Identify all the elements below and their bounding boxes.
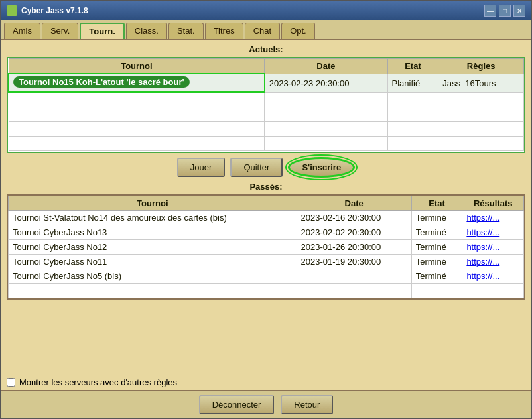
actuels-row-1-name: Tournoi No15 Koh-L'atout 'le sacré bour' xyxy=(9,74,265,92)
actuels-row-1-regles: Jass_16Tours xyxy=(438,74,524,92)
bottom-bar: Déconnecter Retour xyxy=(1,390,531,418)
tab-stat[interactable]: Stat. xyxy=(168,23,204,39)
actuels-col-regles: Règles xyxy=(438,59,524,74)
actuels-col-etat: Etat xyxy=(387,59,438,74)
minimize-button[interactable]: — xyxy=(484,5,496,17)
passes-row-5-name: Tournoi CyberJass No5 (bis) xyxy=(9,269,297,284)
app-icon xyxy=(7,5,17,16)
passes-row-3-resultats[interactable]: https://... xyxy=(462,240,524,255)
titlebar-left: Cyber Jass v7.1.8 xyxy=(7,5,88,16)
actuels-title: Actuels: xyxy=(7,44,525,54)
serveurs-label: Montrer les serveurs avec d'autres règle… xyxy=(19,377,177,387)
passes-row-4-date: 2023-01-19 20:30:00 xyxy=(297,255,411,269)
passes-row-1-date: 2023-02-16 20:30:00 xyxy=(297,211,411,225)
passes-row-2-name: Tournoi CyberJass No13 xyxy=(9,225,297,240)
action-buttons: Jouer Quitter S'inscrire xyxy=(7,157,525,178)
actuels-col-date: Date xyxy=(265,59,387,74)
passes-row-2-date: 2023-02-02 20:30:00 xyxy=(297,225,411,240)
app-title: Cyber Jass v7.1.8 xyxy=(21,6,88,15)
actuels-empty-3 xyxy=(9,121,524,136)
passes-row-3-date: 2023-01-26 20:30:00 xyxy=(297,240,411,255)
maximize-button[interactable]: □ xyxy=(499,5,511,17)
passes-row-1[interactable]: Tournoi St-Valatout No14 des amoureux de… xyxy=(9,211,524,225)
passes-row-4-etat: Terminé xyxy=(411,255,462,269)
passes-row-4-name: Tournoi CyberJass No11 xyxy=(9,255,297,269)
tab-titres[interactable]: Titres xyxy=(205,23,243,39)
app-window: Cyber Jass v7.1.8 — □ ✕ Amis Serv. Tourn… xyxy=(1,1,531,418)
passes-col-date: Date xyxy=(297,196,411,211)
tab-tourn[interactable]: Tourn. xyxy=(80,23,124,39)
titlebar: Cyber Jass v7.1.8 — □ ✕ xyxy=(1,1,531,20)
passes-table-container: Tournoi Date Etat Résultats Tournoi St-V… xyxy=(7,194,525,300)
passes-title: Passés: xyxy=(7,182,525,192)
actuels-empty-2 xyxy=(9,107,524,121)
content-area: Actuels: Tournoi Date Etat Règles Tourno… xyxy=(1,40,531,375)
passes-row-3[interactable]: Tournoi CyberJass No122023-01-26 20:30:0… xyxy=(9,240,524,255)
passes-table: Tournoi Date Etat Résultats Tournoi St-V… xyxy=(8,196,524,298)
passes-row-2-resultats[interactable]: https://... xyxy=(462,225,524,240)
passes-row-5[interactable]: Tournoi CyberJass No5 (bis)Terminéhttps:… xyxy=(9,269,524,284)
titlebar-controls: — □ ✕ xyxy=(484,5,525,17)
actuels-table: Tournoi Date Etat Règles Tournoi No15 Ko… xyxy=(8,58,524,151)
serveurs-checkbox[interactable] xyxy=(7,378,15,387)
tab-serv[interactable]: Serv. xyxy=(42,23,78,39)
passes-row-1-etat: Terminé xyxy=(411,211,462,225)
passes-row-1-resultats[interactable]: https://... xyxy=(462,211,524,225)
passes-row-4[interactable]: Tournoi CyberJass No112023-01-19 20:30:0… xyxy=(9,255,524,269)
actuels-table-container: Tournoi Date Etat Règles Tournoi No15 Ko… xyxy=(7,57,525,153)
actuels-empty-1 xyxy=(9,92,524,107)
tabbar: Amis Serv. Tourn. Class. Stat. Titres Ch… xyxy=(1,20,531,40)
passes-row-5-date xyxy=(297,269,411,284)
quitter-button[interactable]: Quitter xyxy=(230,158,283,177)
actuels-row-1-etat: Planifié xyxy=(387,74,438,92)
passes-col-resultats: Résultats xyxy=(462,196,524,211)
tab-chat[interactable]: Chat xyxy=(245,23,280,39)
passes-row-3-etat: Terminé xyxy=(411,240,462,255)
deconnecter-button[interactable]: Déconnecter xyxy=(199,395,275,414)
passes-row-3-name: Tournoi CyberJass No12 xyxy=(9,240,297,255)
passes-row-1-name: Tournoi St-Valatout No14 des amoureux de… xyxy=(9,211,297,225)
passes-col-tournoi: Tournoi xyxy=(9,196,297,211)
actuels-row-1[interactable]: Tournoi No15 Koh-L'atout 'le sacré bour'… xyxy=(9,74,524,92)
actuels-col-tournoi: Tournoi xyxy=(9,59,265,74)
tab-opt[interactable]: Opt. xyxy=(281,23,315,39)
actuels-empty-4 xyxy=(9,136,524,150)
actuels-row-1-date: 2023-02-23 20:30:00 xyxy=(265,74,387,92)
close-button[interactable]: ✕ xyxy=(513,5,525,17)
passes-empty-1 xyxy=(9,284,524,298)
retour-button[interactable]: Retour xyxy=(281,395,333,414)
checkbox-row: Montrer les serveurs avec d'autres règle… xyxy=(1,375,531,390)
passes-row-4-resultats[interactable]: https://... xyxy=(462,255,524,269)
inscrire-button[interactable]: S'inscrire xyxy=(288,157,355,178)
passes-row-5-etat: Terminé xyxy=(411,269,462,284)
passes-col-etat: Etat xyxy=(411,196,462,211)
tab-class[interactable]: Class. xyxy=(126,23,167,39)
tab-amis[interactable]: Amis xyxy=(4,23,40,39)
passes-row-2-etat: Terminé xyxy=(411,225,462,240)
jouer-button[interactable]: Jouer xyxy=(177,158,226,177)
passes-row-5-resultats[interactable]: https://... xyxy=(462,269,524,284)
passes-row-2[interactable]: Tournoi CyberJass No132023-02-02 20:30:0… xyxy=(9,225,524,240)
